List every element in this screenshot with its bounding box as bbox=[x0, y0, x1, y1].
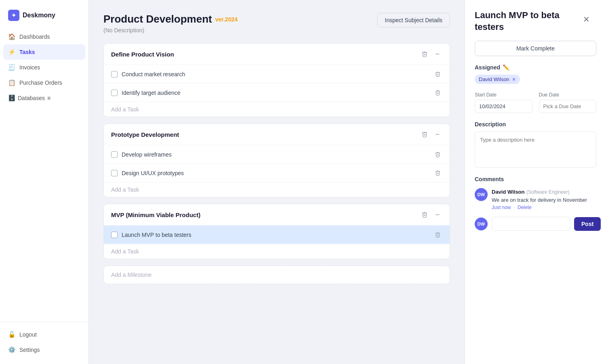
add-milestone-button[interactable]: Add a Milestone bbox=[103, 266, 450, 284]
logo-icon: ✦ bbox=[8, 10, 19, 21]
task-delete-button-1[interactable] bbox=[433, 69, 442, 79]
milestone-define-product-vision: Define Product Vision Conduct market res… bbox=[103, 43, 450, 117]
app-name: Deskmony bbox=[23, 12, 55, 19]
milestone-prototype-development: Prototype Development Develop wireframes bbox=[103, 123, 450, 197]
task-label-3: Develop wireframes bbox=[122, 151, 172, 158]
post-comment-button[interactable]: Post bbox=[574, 217, 601, 231]
project-title-block: Product Development ver.2024 (No Descrip… bbox=[103, 13, 238, 33]
task-item: Conduct market research bbox=[104, 65, 450, 83]
databases-menu-icon: ≡ bbox=[47, 95, 50, 101]
comment-input-row: DW Post bbox=[475, 217, 596, 231]
milestone-collapse-button-3[interactable] bbox=[433, 210, 442, 220]
milestone-collapse-button-2[interactable] bbox=[433, 130, 442, 139]
comment-author: David Wilson bbox=[492, 189, 525, 195]
comment-body: David Wilson (Software Engineer) We are … bbox=[492, 188, 596, 210]
start-date-input[interactable] bbox=[475, 100, 532, 113]
due-date-field: Due Date bbox=[539, 92, 597, 113]
project-title: Product Development ver.2024 bbox=[103, 13, 238, 25]
task-delete-button-2[interactable] bbox=[433, 88, 442, 97]
task-checkbox-4[interactable] bbox=[111, 170, 118, 176]
project-header: Product Development ver.2024 (No Descrip… bbox=[103, 13, 450, 33]
panel-title: Launch MVP to beta testers bbox=[475, 10, 587, 33]
inspect-subject-details-button[interactable]: Inspect Subject Details bbox=[377, 13, 450, 27]
comment-role: (Software Engineer) bbox=[526, 189, 570, 195]
due-date-label: Due Date bbox=[539, 92, 597, 98]
task-delete-button-5[interactable] bbox=[433, 230, 442, 239]
task-checkbox-3[interactable] bbox=[111, 151, 118, 158]
task-checkbox-2[interactable] bbox=[111, 90, 118, 96]
sidebar-item-dashboards-label: Dashboards bbox=[19, 33, 50, 40]
settings-icon: ⚙️ bbox=[8, 346, 15, 354]
milestone-header-3: MVP (Minimum Viable Product) bbox=[104, 204, 450, 225]
sidebar-item-purchase-orders[interactable]: 📋 Purchase Orders bbox=[0, 75, 88, 90]
sidebar-item-purchase-orders-label: Purchase Orders bbox=[19, 79, 62, 86]
sidebar-item-logout-label: Logout bbox=[19, 331, 37, 338]
comment-item: DW David Wilson (Software Engineer) We a… bbox=[475, 188, 596, 210]
task-delete-button-4[interactable] bbox=[433, 168, 442, 178]
sidebar-item-dashboards[interactable]: 🏠 Dashboards bbox=[0, 29, 88, 44]
task-checkbox-1[interactable] bbox=[111, 71, 118, 77]
start-date-label: Start Date bbox=[475, 92, 532, 98]
task-detail-panel: ✕ Launch MVP to beta testers Mark Comple… bbox=[465, 0, 606, 364]
task-item: Design UI/UX prototypes bbox=[104, 163, 450, 182]
milestone-delete-button-1[interactable] bbox=[420, 49, 429, 59]
purchase-orders-icon: 📋 bbox=[8, 79, 15, 86]
sidebar-item-logout[interactable]: 🔓 Logout bbox=[0, 327, 88, 342]
sidebar-item-settings-label: Settings bbox=[19, 347, 40, 353]
milestone-title-3: MVP (Minimum Viable Product) bbox=[111, 211, 200, 218]
task-label-5: Launch MVP to beta testers bbox=[122, 232, 191, 238]
due-date-input[interactable] bbox=[539, 100, 597, 113]
description-label: Description bbox=[475, 121, 596, 128]
panel-header: ✕ Launch MVP to beta testers bbox=[475, 10, 596, 33]
sidebar: ✦ Deskmony 🏠 Dashboards ⚡ Tasks 🧾 Invoic… bbox=[0, 0, 89, 364]
assignee-name: David Wilson bbox=[479, 76, 509, 82]
logout-icon: 🔓 bbox=[8, 331, 15, 338]
milestone-header-2: Prototype Development bbox=[104, 124, 450, 145]
sidebar-item-databases-label: Databases bbox=[18, 95, 45, 101]
dates-row: Start Date Due Date bbox=[475, 92, 596, 113]
add-task-input-1[interactable]: Add a Task bbox=[104, 102, 450, 117]
sidebar-item-tasks[interactable]: ⚡ Tasks bbox=[3, 44, 85, 60]
milestone-header-1: Define Product Vision bbox=[104, 44, 450, 65]
comment-text: We are on track for delivery in November bbox=[492, 197, 596, 203]
task-label-1: Conduct market research bbox=[122, 71, 185, 77]
comment-avatar: DW bbox=[475, 188, 488, 201]
comment-meta: Just now · Delete bbox=[492, 205, 596, 210]
mark-complete-button[interactable]: Mark Complete bbox=[475, 41, 596, 56]
project-version: ver.2024 bbox=[215, 16, 238, 23]
milestone-actions-3 bbox=[420, 210, 442, 220]
add-task-input-2[interactable]: Add a Task bbox=[104, 182, 450, 197]
task-item-selected[interactable]: Launch MVP to beta testers bbox=[104, 225, 450, 244]
task-delete-button-3[interactable] bbox=[433, 150, 442, 159]
milestone-collapse-button-1[interactable] bbox=[433, 49, 442, 59]
assignee-tag-container: David Wilson ✕ bbox=[475, 75, 596, 92]
edit-assigned-icon[interactable]: ✏️ bbox=[503, 64, 509, 71]
databases-icon: 🗄️ bbox=[8, 94, 15, 102]
sidebar-item-settings[interactable]: ⚙️ Settings bbox=[0, 342, 88, 358]
milestone-title-2: Prototype Development bbox=[111, 131, 179, 138]
comments-label: Comments bbox=[475, 176, 596, 182]
main-content: Product Development ver.2024 (No Descrip… bbox=[89, 0, 465, 364]
task-checkbox-5[interactable] bbox=[111, 232, 118, 238]
milestone-actions-2 bbox=[420, 130, 442, 139]
remove-assignee-button[interactable]: ✕ bbox=[512, 77, 516, 82]
delete-comment-button[interactable]: Delete bbox=[518, 205, 532, 210]
sidebar-item-databases[interactable]: 🗄️ Databases ≡ bbox=[0, 90, 88, 106]
milestone-delete-button-3[interactable] bbox=[420, 210, 429, 220]
sidebar-nav: 🏠 Dashboards ⚡ Tasks 🧾 Invoices 📋 Purcha… bbox=[0, 29, 88, 106]
milestone-delete-button-2[interactable] bbox=[420, 130, 429, 139]
app-logo: ✦ Deskmony bbox=[0, 6, 88, 29]
description-textarea[interactable] bbox=[475, 132, 596, 168]
comment-input[interactable] bbox=[492, 217, 570, 231]
milestone-mvp: MVP (Minimum Viable Product) Launch MVP … bbox=[103, 204, 450, 259]
sidebar-item-tasks-label: Tasks bbox=[19, 49, 35, 55]
task-label-2: Identify target audience bbox=[122, 90, 181, 96]
milestone-actions-1 bbox=[420, 49, 442, 59]
sidebar-item-invoices[interactable]: 🧾 Invoices bbox=[0, 60, 88, 75]
invoices-icon: 🧾 bbox=[8, 64, 15, 71]
sidebar-item-invoices-label: Invoices bbox=[19, 64, 40, 71]
task-item: Develop wireframes bbox=[104, 145, 450, 163]
home-icon: 🏠 bbox=[8, 33, 15, 40]
add-task-input-3[interactable]: Add a Task bbox=[104, 244, 450, 259]
close-panel-button[interactable]: ✕ bbox=[583, 15, 590, 24]
